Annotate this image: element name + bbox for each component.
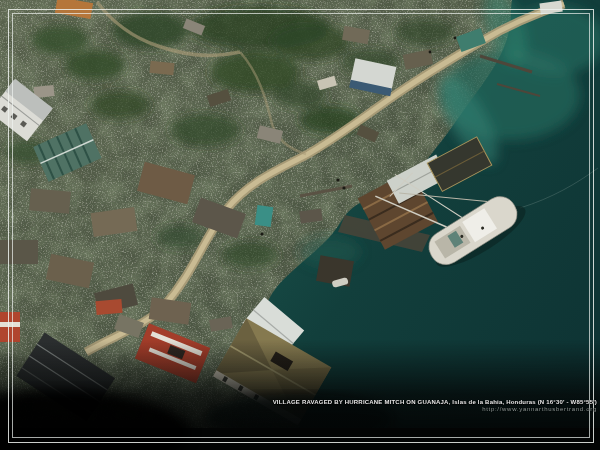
photo-frame: VILLAGE RAVAGED BY HURRICANE MITCH ON GU… [0,0,600,450]
bottom-shadow [0,340,600,450]
teal-hut-roadside [255,205,274,227]
aerial-photo [0,0,600,450]
